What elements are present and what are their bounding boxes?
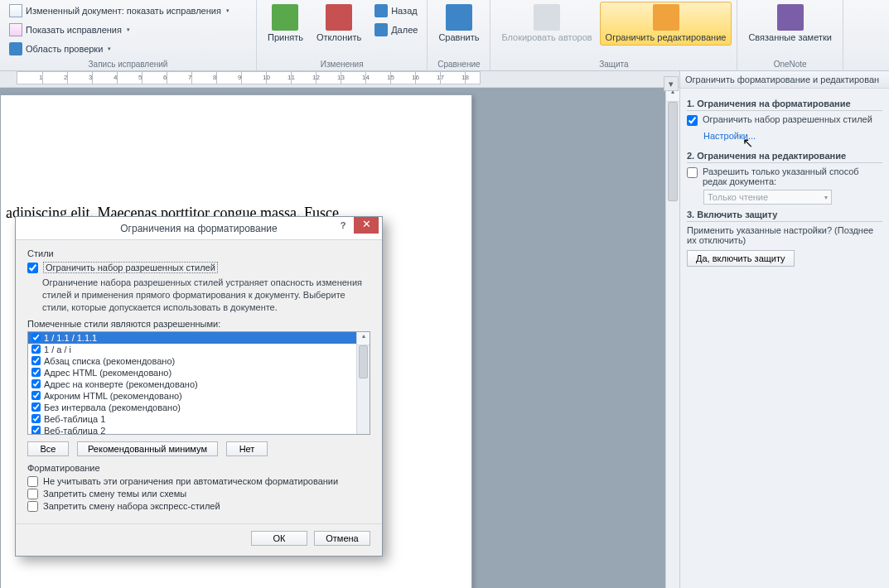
reject-button[interactable]: Отклонить — [311, 2, 367, 46]
ribbon-group-protect: Блокировать авторов Ограничить редактиро… — [490, 0, 737, 70]
chevron-down-icon: ▾ — [226, 7, 229, 14]
style-row[interactable]: Адрес HTML (рекомендовано) — [28, 367, 370, 378]
style-row[interactable]: Веб-таблица 1 — [28, 413, 370, 425]
document-icon — [9, 4, 22, 17]
lock-icon — [653, 4, 679, 31]
settings-link[interactable]: Настройки... — [703, 131, 756, 141]
dialog-help-button[interactable]: ? — [334, 220, 352, 235]
scroll-up-icon[interactable]: ▴ — [357, 332, 370, 345]
style-row[interactable]: Абзац списка (рекомендовано) — [28, 355, 370, 367]
ribbon-group-compare: Сравнить Сравнение — [428, 0, 490, 70]
accept-button[interactable]: Принять — [262, 2, 309, 46]
document-text: adipiscing elit. Maecenas porttitor cong… — [1, 112, 471, 222]
styles-section-label: Стили — [27, 248, 370, 258]
restrict-editing-label: Разрешить только указанный способ редак … — [703, 166, 882, 186]
limit-styles-input[interactable] — [27, 263, 38, 273]
ribbon-group-onenote: Связанные заметки OneNote — [737, 0, 843, 70]
forward-button[interactable]: Далее — [370, 21, 422, 39]
style-row[interactable]: Адрес на конверте (рекомендовано) — [28, 378, 370, 390]
pane-options-button[interactable]: ▾ — [664, 76, 679, 91]
style-row-checkbox[interactable] — [31, 345, 41, 354]
linked-notes-button[interactable]: Связанные заметки — [742, 2, 837, 46]
style-row-label: 1 / 1.1 / 1.1.1 — [44, 333, 97, 343]
style-row-checkbox[interactable] — [31, 379, 41, 388]
style-row-label: Абзац списка (рекомендовано) — [44, 356, 175, 366]
pane-title: Ограничить форматирование и редактирован — [680, 71, 889, 89]
vertical-scrollbar[interactable]: ▴ — [665, 88, 679, 588]
none-button[interactable]: Нет — [226, 441, 268, 456]
style-row-checkbox[interactable] — [31, 414, 41, 423]
block-theme-input[interactable] — [27, 489, 38, 499]
style-row-checkbox[interactable] — [31, 402, 41, 412]
block-quickstyles-checkbox[interactable]: Запретить смену набора экспресс-стилей — [27, 501, 370, 512]
style-row-checkbox[interactable] — [31, 356, 41, 365]
style-row-label: Веб-таблица 1 — [44, 414, 105, 424]
block-theme-checkbox[interactable]: Запретить смену темы или схемы — [27, 489, 370, 499]
styles-listbox[interactable]: 1 / 1.1 / 1.1.11 / a / iАбзац списка (ре… — [27, 331, 370, 435]
style-row-label: Адрес HTML (рекомендовано) — [44, 368, 172, 378]
pane-heading-2: 2. Ограничения на редактирование — [687, 151, 882, 163]
ignore-autoformat-input[interactable] — [27, 476, 38, 487]
dialog-description: Ограничение набора разрешенных стилей ус… — [42, 277, 370, 314]
chevron-down-icon: ▾ — [108, 46, 111, 52]
editing-mode-value: Только чтение — [708, 192, 768, 202]
editing-mode-select[interactable]: Только чтение ▾ — [703, 190, 832, 205]
style-row[interactable]: Без интервала (рекомендовано) — [28, 402, 370, 413]
style-row-checkbox[interactable] — [31, 426, 41, 435]
changed-document-dropdown[interactable]: Измененный документ: показать исправлени… — [5, 2, 251, 20]
style-row-label: 1 / a / i — [44, 345, 71, 354]
cancel-button[interactable]: Отмена — [314, 531, 370, 546]
group-title-changes: Изменения — [262, 59, 422, 70]
scroll-thumb[interactable] — [359, 345, 368, 378]
group-title-protect: Защита — [495, 59, 732, 70]
restrict-styles-input[interactable] — [687, 115, 698, 126]
group-title-compare: Сравнение — [432, 59, 485, 70]
onenote-icon — [777, 4, 804, 31]
restrict-styles-checkbox[interactable]: Ограничить набор разрешенных стилей — [687, 114, 882, 126]
show-changes-label: Показать исправления — [26, 25, 122, 35]
dialog-titlebar[interactable]: Ограничения на форматирование ? ✕ — [16, 217, 382, 240]
all-button[interactable]: Все — [27, 441, 69, 456]
show-changes-dropdown[interactable]: Показать исправления ▾ — [5, 21, 251, 39]
style-row-label: Адрес на конверте (рекомендовано) — [44, 379, 198, 389]
style-row-label: Без интервала (рекомендовано) — [44, 402, 181, 412]
block-theme-label: Запретить смену темы или схемы — [43, 489, 186, 499]
limit-styles-checkbox[interactable]: Ограничить набор разрешенных стилей — [27, 262, 370, 273]
chevron-down-icon: ▾ — [824, 194, 828, 201]
horizontal-ruler[interactable]: 123456789101112131415161718 — [17, 71, 481, 84]
style-row[interactable]: 1 / a / i — [28, 344, 370, 355]
style-row[interactable]: Веб-таблица 2 — [28, 425, 370, 435]
group-title-onenote: OneNote — [742, 59, 837, 70]
dialog-close-button[interactable]: ✕ — [354, 217, 379, 234]
block-authors-button[interactable]: Блокировать авторов — [495, 2, 597, 46]
restrict-editing-button[interactable]: Ограничить редактирование — [600, 2, 732, 46]
ribbon-group-tracking: Измененный документ: показать исправлени… — [0, 0, 257, 70]
pane-icon — [9, 42, 22, 55]
style-row[interactable]: 1 / 1.1 / 1.1.1 — [28, 332, 370, 344]
ignore-autoformat-label: Не учитывать эти ограничения при автомат… — [43, 476, 338, 486]
block-quickstyles-input[interactable] — [27, 501, 38, 512]
group-title-tracking: Запись исправлений — [5, 59, 251, 70]
ignore-autoformat-checkbox[interactable]: Не учитывать эти ограничения при автомат… — [27, 476, 370, 487]
ribbon: Измененный документ: показать исправлени… — [0, 0, 889, 71]
style-row-checkbox[interactable] — [31, 333, 41, 342]
scroll-thumb[interactable] — [668, 102, 678, 201]
recommended-minimum-button[interactable]: Рекомендованный минимум — [77, 441, 218, 456]
listbox-scrollbar[interactable]: ▴ — [356, 332, 370, 434]
review-pane-dropdown[interactable]: Область проверки ▾ — [5, 40, 251, 58]
changed-document-label: Измененный документ: показать исправлени… — [26, 6, 221, 16]
block-authors-icon — [534, 4, 560, 31]
pane-heading-3: 3. Включить защиту — [687, 210, 882, 222]
style-row-checkbox[interactable] — [31, 368, 41, 377]
enable-protection-button[interactable]: Да, включить защиту — [687, 250, 795, 267]
compare-button[interactable]: Сравнить — [432, 2, 485, 46]
compare-icon — [446, 4, 472, 31]
restrict-editing-input[interactable] — [687, 167, 698, 178]
style-row[interactable]: Акроним HTML (рекомендовано) — [28, 390, 370, 402]
limit-styles-label: Ограничить набор разрешенных стилей — [43, 262, 218, 273]
back-button[interactable]: Назад — [370, 2, 422, 20]
style-row-label: Акроним HTML (рекомендовано) — [44, 391, 182, 401]
restrict-editing-checkbox[interactable]: Разрешить только указанный способ редак … — [687, 166, 882, 186]
ok-button[interactable]: ОК — [251, 531, 307, 546]
style-row-checkbox[interactable] — [31, 391, 41, 400]
